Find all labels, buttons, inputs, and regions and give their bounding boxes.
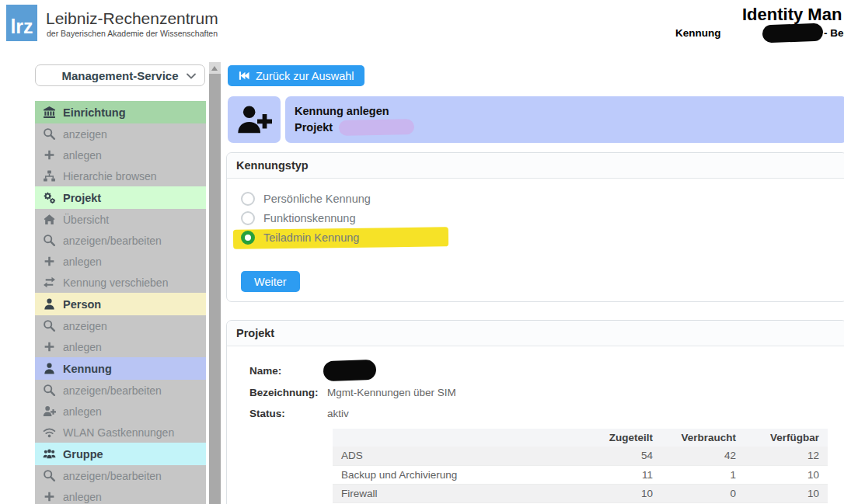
sidebar-item-label: Kennung verschieben xyxy=(63,276,168,289)
identity-management-app: lrz Leibniz-Rechenzentrum der Bayerische… xyxy=(0,0,844,504)
sidebar-item-gruppe-anzeigen-bearbeiten[interactable]: anzeigen/bearbeiten xyxy=(35,465,206,486)
radio-selected-icon[interactable] xyxy=(241,231,255,245)
sidebar-item-projekt-übersicht[interactable]: Übersicht xyxy=(35,209,206,230)
gears-icon xyxy=(43,191,56,204)
sidebar-section-label: Einrichtung xyxy=(63,106,126,119)
person-plus-icon xyxy=(43,405,56,418)
radio-label: Persönliche Kennung xyxy=(263,193,371,205)
table-row-backup-und-archivierung: Backup und Archivierung11110 xyxy=(333,465,828,484)
radio-group: Persönliche KennungFunktionskennungTeila… xyxy=(227,179,844,245)
quota-verfuegbar: 12 xyxy=(745,447,828,465)
chevron-down-icon xyxy=(185,70,197,82)
sidebar-section-label: Projekt xyxy=(63,192,101,204)
plus-icon xyxy=(43,340,56,353)
sidebar-item-gruppe-anlegen[interactable]: anlegen xyxy=(35,486,206,504)
sidebar-section-projekt[interactable]: Projekt xyxy=(35,186,206,209)
sidebar-item-einrichtung-hierarchie-browsen[interactable]: Hierarchie browsen xyxy=(35,165,206,186)
radio-unselected-icon[interactable] xyxy=(241,192,255,206)
person-icon xyxy=(43,362,56,375)
quota-col-verbraucht: Verbraucht xyxy=(661,429,745,447)
quota-verfuegbar: 10 xyxy=(745,465,828,484)
redacted-name-value xyxy=(323,360,377,381)
quota-name: ADS xyxy=(333,447,578,465)
field-status-label: Status: xyxy=(249,408,327,419)
weiter-button[interactable]: Weiter xyxy=(241,271,300,292)
wifi-icon xyxy=(43,426,56,439)
sidebar-item-label: anlegen xyxy=(63,405,102,418)
projekt-fields: Name: Bezeichnung: Mgmt-Kennungen über S… xyxy=(227,346,844,503)
sidebar-item-label: anzeigen/bearbeiten xyxy=(63,384,162,397)
radio-option-persönliche-kennung[interactable]: Persönliche Kennung xyxy=(241,192,371,206)
search-icon xyxy=(43,127,56,141)
sidebar-item-kennung-anzeigen-bearbeiten[interactable]: anzeigen/bearbeiten xyxy=(35,380,206,401)
sidebar-item-person-anzeigen[interactable]: anzeigen xyxy=(35,315,206,336)
plus-icon xyxy=(43,255,56,268)
radio-label: Teiladmin Kennung xyxy=(263,231,359,244)
person-icon xyxy=(43,297,56,311)
redacted-session-id xyxy=(762,23,824,43)
quota-zugeteilt: 11 xyxy=(578,465,661,484)
search-icon xyxy=(43,234,56,247)
projekt-title: Projekt xyxy=(236,327,274,339)
quota-table-body: ADS544212Backup und Archivierung11110Fir… xyxy=(333,447,828,502)
sidebar-item-einrichtung-anlegen[interactable]: anlegen xyxy=(35,144,206,165)
sidebar-item-projekt-anzeigen-bearbeiten[interactable]: anzeigen/bearbeiten xyxy=(35,230,206,251)
org-name: Leibniz-Rechenzentrum xyxy=(46,9,218,28)
search-icon xyxy=(43,469,56,482)
session-suffix: - Ber xyxy=(824,27,844,39)
quota-table-header-row: ZugeteiltVerbrauchtVerfügbar xyxy=(333,429,828,447)
sidebar-section-label: Kennung xyxy=(63,363,112,375)
quota-name: Firewall xyxy=(333,484,578,502)
search-icon xyxy=(43,384,56,397)
sidebar-section-person[interactable]: Person xyxy=(35,293,206,315)
back-button-label: Zurück zur Auswahl xyxy=(256,70,354,82)
sidebar-item-person-anlegen[interactable]: anlegen xyxy=(35,336,206,357)
plus-icon xyxy=(43,490,56,503)
sidebar-item-kennung-wlan-gastkennungen[interactable]: WLAN Gastkennungen xyxy=(35,422,206,443)
radio-option-teiladmin-kennung[interactable]: Teiladmin Kennung xyxy=(241,231,359,245)
plus-icon xyxy=(43,148,56,162)
panel-title: Kennung anlegen xyxy=(295,103,838,120)
person-plus-icon xyxy=(236,102,272,137)
quota-verfuegbar: 10 xyxy=(745,484,828,502)
exchange-icon xyxy=(43,276,56,289)
sidebar-item-label: anzeigen xyxy=(63,128,107,141)
sidebar-section-kennung[interactable]: Kennung xyxy=(35,357,206,380)
sidebar-item-label: anlegen xyxy=(63,149,102,162)
radio-unselected-icon[interactable] xyxy=(241,211,255,225)
sidebar-item-projekt-anlegen[interactable]: anlegen xyxy=(35,251,206,272)
field-bezeichnung: Bezeichnung: Mgmt-Kennungen über SIM xyxy=(249,382,844,403)
projekt-card: Projekt Name: Bezeichnung: Mgmt-Kennunge… xyxy=(226,320,844,504)
panel-icon-tile xyxy=(228,96,281,143)
sidebar-item-label: anzeigen/bearbeiten xyxy=(63,470,162,482)
radio-option-funktionskennung[interactable]: Funktionskennung xyxy=(241,211,356,225)
sidebar-item-kennung-anlegen[interactable]: anlegen xyxy=(35,401,206,422)
field-bezeichnung-value: Mgmt-Kennungen über SIM xyxy=(327,387,456,398)
quota-col-zugeteilt: Zugeteilt xyxy=(578,429,661,447)
quota-col-name xyxy=(333,429,578,447)
sidebar-section-gruppe[interactable]: Gruppe xyxy=(35,443,206,465)
sidebar-item-projekt-kennung-verschieben[interactable]: Kennung verschieben xyxy=(35,272,206,293)
fast-backward-icon xyxy=(238,70,249,82)
sidebar-item-label: anlegen xyxy=(63,491,102,503)
panel-header: Kennung anlegen Projekt xyxy=(285,96,844,143)
quota-zugeteilt: 54 xyxy=(578,447,661,465)
org-subtitle: der Bayerischen Akademie der Wissenschaf… xyxy=(47,29,218,38)
back-to-selection-button[interactable]: Zurück zur Auswahl xyxy=(228,65,364,86)
sidebar-item-label: Hierarchie browsen xyxy=(63,170,157,182)
sidebar-section-einrichtung[interactable]: Einrichtung xyxy=(35,101,206,123)
quota-table: ZugeteiltVerbrauchtVerfügbar ADS544212Ba… xyxy=(333,429,828,503)
quota-verbraucht: 0 xyxy=(661,484,745,502)
sidebar-scrollbar[interactable] xyxy=(209,62,221,504)
sidebar-item-label: anlegen xyxy=(63,341,102,353)
bank-icon xyxy=(43,106,56,119)
scrollbar-thumb[interactable] xyxy=(209,74,221,504)
sidebar-section-label: Gruppe xyxy=(63,448,103,461)
service-select[interactable]: Management-Service xyxy=(35,64,205,86)
scroll-up-arrow-icon[interactable] xyxy=(211,66,218,71)
quota-zugeteilt: 10 xyxy=(578,484,661,502)
search-icon xyxy=(43,319,56,332)
sidebar-item-einrichtung-anzeigen[interactable]: anzeigen xyxy=(35,123,206,144)
quota-name: Backup und Archivierung xyxy=(333,465,578,484)
quota-table-head: ZugeteiltVerbrauchtVerfügbar xyxy=(333,429,828,447)
